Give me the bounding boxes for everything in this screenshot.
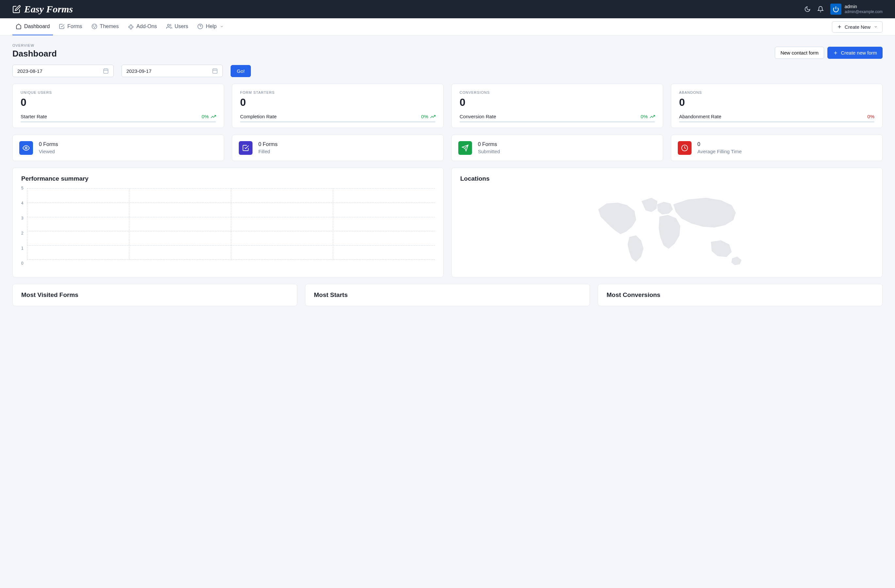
nav-label: Forms: [67, 24, 82, 29]
avatar: [830, 4, 842, 15]
calendar-icon: [103, 68, 109, 74]
svg-point-3: [95, 26, 96, 26]
nav-addons[interactable]: Add-Ons: [124, 18, 160, 35]
bell-icon[interactable]: [817, 6, 824, 12]
chevron-down-icon: [220, 24, 224, 29]
users-icon: [166, 24, 172, 29]
bottom-row: Most Visited Forms Most Starts Most Conv…: [12, 284, 883, 306]
mini-filled: 0 Forms Filled: [232, 135, 444, 161]
svg-point-20: [25, 147, 27, 149]
mini-viewed: 0 Forms Viewed: [12, 135, 224, 161]
navbar: Dashboard Forms Themes Add-Ons Users Hel…: [0, 18, 895, 36]
user-info: admin admin@example.com: [845, 4, 883, 14]
nav-label: Add-Ons: [136, 24, 157, 29]
world-map: [460, 188, 874, 270]
brand-text: Easy Forms: [24, 4, 73, 15]
svg-point-4: [94, 27, 95, 28]
palette-icon: [91, 24, 97, 29]
progress-bar: [21, 121, 216, 123]
most-conversions: Most Conversions: [598, 284, 883, 306]
stat-grid: UNIQUE USERS 0 Starter Rate 0% FORM STAR…: [12, 83, 883, 128]
progress-bar: [240, 121, 435, 123]
create-new-form-button[interactable]: Create new form: [827, 47, 883, 59]
topbar: Easy Forms admin admin@example.com: [0, 0, 895, 18]
create-new-label: Create New: [845, 24, 871, 30]
stat-abandons: ABANDONS 0 Abandonment Rate 0%: [671, 83, 883, 128]
panel-row: Performance summary 5 4 3 2 1 0: [12, 168, 883, 277]
stat-unique-users: UNIQUE USERS 0 Starter Rate 0%: [12, 83, 224, 128]
mini-avg-time: 0 Average Filling Time: [671, 135, 883, 161]
mini-grid: 0 Forms Viewed 0 Forms Filled 0 Forms Su…: [12, 135, 883, 161]
nav-users[interactable]: Users: [163, 18, 192, 35]
send-icon: [458, 141, 472, 155]
clock-icon: [678, 141, 692, 155]
end-date-input[interactable]: 2023-09-17: [121, 65, 223, 77]
most-starts: Most Starts: [305, 284, 590, 306]
performance-chart: 5 4 3 2 1 0: [21, 188, 435, 263]
start-date-input[interactable]: 2023-08-17: [12, 65, 114, 77]
edit-icon: [12, 5, 21, 14]
new-contact-form-button[interactable]: New contact form: [775, 47, 824, 59]
user-email: admin@example.com: [845, 9, 883, 14]
page-title: Dashboard: [12, 48, 57, 59]
user-name: admin: [845, 4, 883, 9]
check-square-icon: [239, 141, 252, 155]
mini-submitted: 0 Forms Submitted: [451, 135, 663, 161]
plus-icon: [833, 50, 838, 56]
trend-up-icon: [650, 114, 655, 119]
date-filter-row: 2023-08-17 2023-09-17 Go!: [12, 65, 883, 77]
home-icon: [16, 24, 21, 29]
nav-dashboard[interactable]: Dashboard: [12, 18, 53, 35]
header-actions: New contact form Create new form: [775, 47, 883, 59]
svg-rect-16: [212, 69, 217, 74]
moon-icon[interactable]: [804, 6, 811, 12]
nav-label: Help: [206, 24, 217, 29]
calendar-icon: [212, 68, 218, 74]
stat-form-starters: FORM STARTERS 0 Completion Rate 0%: [232, 83, 444, 128]
nav-items: Dashboard Forms Themes Add-Ons Users Hel…: [12, 18, 227, 35]
most-visited-forms: Most Visited Forms: [12, 284, 297, 306]
topbar-right: admin admin@example.com: [804, 4, 883, 15]
trend-up-icon: [211, 114, 216, 119]
stat-conversions: CONVERSIONS 0 Conversion Rate 0%: [451, 83, 663, 128]
nav-themes[interactable]: Themes: [88, 18, 122, 35]
create-new-button[interactable]: Create New: [832, 21, 883, 33]
overview-label: OVERVIEW: [12, 44, 57, 47]
svg-point-1: [92, 24, 97, 29]
plus-icon: [837, 24, 842, 29]
nav-forms[interactable]: Forms: [56, 18, 85, 35]
locations-panel: Locations: [451, 168, 883, 277]
user-menu[interactable]: admin admin@example.com: [830, 4, 883, 15]
progress-bar: [460, 121, 655, 123]
performance-panel: Performance summary 5 4 3 2 1 0: [12, 168, 444, 277]
brand-logo[interactable]: Easy Forms: [12, 4, 73, 15]
eye-icon: [19, 141, 33, 155]
content: OVERVIEW Dashboard New contact form Crea…: [0, 36, 895, 314]
page-header: OVERVIEW Dashboard New contact form Crea…: [12, 44, 883, 59]
nav-help[interactable]: Help: [194, 18, 227, 35]
svg-point-2: [93, 26, 94, 26]
nav-label: Themes: [100, 24, 119, 29]
chevron-down-icon: [874, 25, 878, 29]
svg-rect-12: [103, 69, 108, 74]
progress-bar: [679, 121, 874, 123]
forms-icon: [59, 24, 65, 29]
help-icon: [197, 24, 203, 29]
puzzle-icon: [128, 24, 133, 29]
power-icon: [833, 6, 839, 12]
svg-point-5: [167, 24, 169, 26]
nav-label: Users: [175, 24, 188, 29]
go-button[interactable]: Go!: [231, 65, 251, 77]
trend-up-icon: [430, 114, 435, 119]
nav-label: Dashboard: [24, 24, 50, 29]
